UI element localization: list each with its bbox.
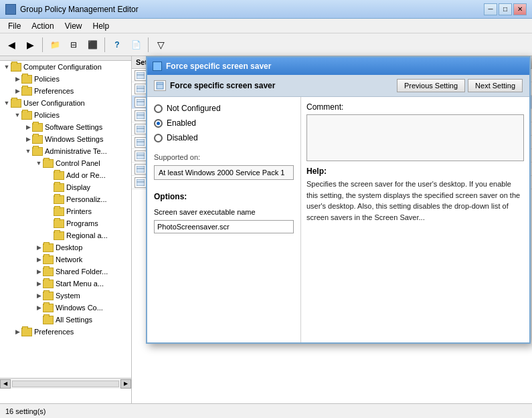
tree-scrollbar-h[interactable]: ◀ ▶ (0, 378, 131, 389)
expander-network[interactable]: ▶ (35, 255, 43, 264)
tree-panel: ▼ Computer Configuration ▶ Policies ▶ Pr… (0, 56, 132, 403)
expander-desktop[interactable]: ▶ (35, 243, 43, 251)
tree-content[interactable]: ▼ Computer Configuration ▶ Policies ▶ Pr… (0, 61, 131, 393)
filter-button[interactable]: ▽ (152, 36, 169, 54)
dialog-overlay: Force specific screen saver Force specif… (146, 56, 531, 344)
tree-label-desktop: Desktop (56, 243, 82, 251)
dialog-title: Force specific screen saver (166, 62, 271, 71)
minimize-button[interactable]: ─ (484, 3, 497, 15)
tree-item-desktop[interactable]: ▶ Desktop (0, 241, 131, 253)
expander-user-config[interactable]: ▼ (3, 99, 11, 107)
expander-preferences-comp[interactable]: ▶ (13, 87, 21, 95)
tree-item-user-config[interactable]: ▼ User Configuration (0, 97, 131, 109)
expander-policies-user[interactable]: ▼ (13, 111, 21, 119)
folder-icon-user-config (11, 99, 21, 108)
svg-rect-10 (137, 139, 145, 146)
folder-icon-preferences-user (21, 328, 32, 336)
tree-item-printers[interactable]: ▶ Printers (0, 205, 131, 217)
dialog-content: Force specific screen saver Previous Set… (147, 75, 529, 342)
dialog-setting-name: Force specific screen saver (170, 81, 394, 90)
forward-button[interactable]: ▶ (21, 36, 39, 54)
setting-icon (135, 137, 147, 148)
svg-rect-14 (137, 166, 145, 173)
tree-item-admin-templates[interactable]: ▼ Administrative Te... (0, 145, 131, 157)
tree-label-admin-templates: Administrative Te... (45, 147, 107, 155)
radio-not-configured[interactable]: Not Configured (154, 104, 294, 113)
tree-label-computer-config: Computer Configuration (23, 63, 102, 71)
tree-item-all-settings[interactable]: ▶ All Settings (0, 314, 131, 326)
tree-item-display[interactable]: ▶ Display (0, 181, 131, 193)
expander-system[interactable]: ▶ (35, 292, 43, 300)
prev-setting-button[interactable]: Previous Setting (397, 79, 465, 92)
folder-button[interactable]: 📁 (46, 36, 64, 54)
dialog-icon (153, 62, 162, 71)
folder-icon-display (54, 183, 64, 192)
folder-icon-regional (54, 231, 64, 240)
close-button[interactable]: ✕ (513, 3, 527, 15)
radio-enabled[interactable]: Enabled (154, 118, 294, 128)
expander-computer-config[interactable]: ▼ (3, 63, 11, 71)
window-title: Group Policy Management Editor (20, 5, 139, 14)
tree-item-preferences-user[interactable]: ▶ Preferences (0, 326, 131, 338)
expander-windows-settings[interactable]: ▶ (24, 135, 32, 143)
radio-circle-enabled (154, 119, 163, 128)
screen-saver-input[interactable] (154, 220, 294, 233)
tree-item-add-or-remove[interactable]: ▶ Add or Re... (0, 169, 131, 181)
menu-view[interactable]: View (60, 20, 88, 32)
tree-item-regional[interactable]: ▶ Regional a... (0, 229, 131, 241)
tree-item-preferences-comp[interactable]: ▶ Preferences (0, 85, 131, 97)
menu-file[interactable]: File (3, 20, 26, 32)
tree-item-windows-comp[interactable]: ▶ Windows Co... (0, 302, 131, 314)
tree-item-start-menu[interactable]: ▶ Start Menu a... (0, 278, 131, 290)
tree-item-software-settings[interactable]: ▶ Software Settings (0, 121, 131, 133)
tree-item-personalization[interactable]: ▶ Personaliz... (0, 193, 131, 205)
radio-label-disabled: Disabled (167, 133, 198, 142)
status-text: 16 setting(s) (5, 407, 46, 415)
help-button[interactable]: ? (108, 36, 126, 54)
next-setting-button[interactable]: Next Setting (468, 79, 523, 92)
tree-item-network[interactable]: ▶ Network (0, 253, 131, 266)
folder-icon-all-settings (43, 316, 54, 324)
expander-admin-templates[interactable]: ▼ (24, 147, 32, 155)
tree-item-shared-folders[interactable]: ▶ Shared Folder... (0, 266, 131, 278)
tree-item-computer-config[interactable]: ▼ Computer Configuration (0, 61, 131, 73)
tree-item-policies-user[interactable]: ▼ Policies (0, 109, 131, 121)
tree-item-system[interactable]: ▶ System (0, 290, 131, 302)
back-button[interactable]: ◀ (3, 36, 20, 54)
dialog-title-bar: Force specific screen saver (147, 58, 529, 75)
maximize-button[interactable]: □ (499, 3, 512, 15)
tree-label-preferences-user: Preferences (34, 328, 74, 336)
dialog-setting-icon (154, 80, 166, 91)
tree-item-windows-settings[interactable]: ▶ Windows Settings (0, 133, 131, 145)
tree-label-printers: Printers (66, 207, 92, 215)
expander-policies-comp[interactable]: ▶ (13, 75, 21, 83)
tree-panel-header (0, 56, 131, 61)
expander-start-menu[interactable]: ▶ (35, 280, 43, 288)
expander-software-settings[interactable]: ▶ (24, 123, 32, 131)
action-button[interactable]: ⬛ (84, 36, 101, 54)
svg-rect-4 (137, 99, 145, 106)
grid-button[interactable]: ⊟ (65, 36, 82, 54)
tree-label-shared-folders: Shared Folder... (56, 268, 108, 276)
setting-icon (135, 124, 147, 134)
tree-label-programs: Programs (66, 219, 98, 227)
scroll-thumb-h[interactable] (12, 381, 119, 387)
folder-icon-printers (54, 207, 64, 216)
tree-item-policies-comp[interactable]: ▶ Policies (0, 73, 131, 85)
expander-preferences-user[interactable]: ▶ (13, 328, 21, 336)
scroll-right-btn[interactable]: ▶ (120, 379, 131, 389)
expander-shared-folders[interactable]: ▶ (35, 268, 43, 276)
tree-item-control-panel[interactable]: ▼ Control Panel (0, 157, 131, 169)
radio-group: Not Configured Enabled Disabled (154, 104, 294, 142)
tree-item-programs[interactable]: ▶ Programs (0, 217, 131, 229)
expander-control-panel[interactable]: ▼ (35, 159, 43, 167)
radio-disabled[interactable]: Disabled (154, 133, 294, 142)
scroll-left-btn[interactable]: ◀ (0, 379, 11, 389)
setting-icon (135, 84, 147, 94)
menu-help[interactable]: Help (88, 20, 115, 32)
menu-action[interactable]: Action (26, 20, 59, 32)
comment-box[interactable] (306, 114, 524, 161)
export-button[interactable]: 📄 (127, 36, 145, 54)
tree-label-windows-settings: Windows Settings (45, 135, 103, 143)
expander-windows-comp[interactable]: ▶ (35, 304, 43, 312)
